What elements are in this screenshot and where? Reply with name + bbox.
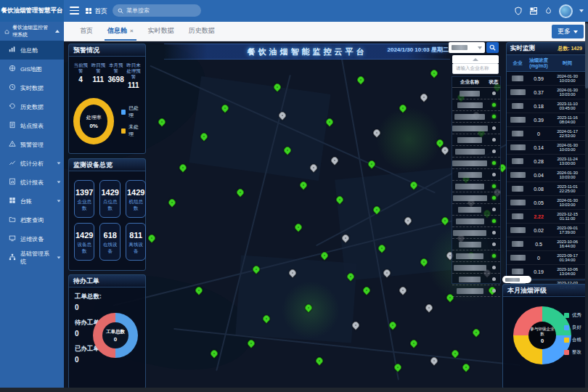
menu-search-input[interactable]: 菜单搜索	[113, 4, 201, 17]
status-dot-online	[492, 196, 496, 200]
map-pin-online[interactable]	[314, 356, 324, 366]
tab-active[interactable]: 信息舱×	[100, 26, 141, 41]
tab-item[interactable]: 实时数据	[141, 26, 181, 41]
device-stat-tile[interactable]: 1429 机组总数	[126, 180, 146, 218]
enterprise-name-blurred	[454, 265, 486, 271]
map-pin-online[interactable]	[167, 197, 177, 208]
enterprise-name-input[interactable]: 请输入企业名称	[452, 63, 499, 74]
realtime-row[interactable]: 0.28 2023-11-24 13:00:00	[507, 155, 586, 168]
map-pin-online[interactable]	[146, 233, 156, 243]
map-pin-online[interactable]	[408, 338, 418, 348]
enterprise-row[interactable]	[452, 169, 500, 181]
tab-label: 实时数据	[148, 26, 174, 36]
enterprise-dropdown-collapse[interactable]	[452, 55, 499, 63]
enterprise-row[interactable]	[452, 227, 500, 239]
sidebar-item-dashboard[interactable]: 信息舱	[0, 41, 64, 60]
sidebar-item-statreport[interactable]: 统计报表	[0, 173, 64, 192]
enterprise-row[interactable]	[452, 239, 500, 250]
map-pin-offline[interactable]	[424, 303, 434, 313]
more-button[interactable]: 更多	[552, 25, 584, 38]
enterprise-row[interactable]	[452, 285, 500, 297]
map-pin-online[interactable]	[393, 362, 403, 372]
rating-filter-pill[interactable]	[502, 276, 531, 283]
realtime-row[interactable]: 0.04 2024-01-30 10:03:00	[507, 168, 586, 182]
page-scrollbar[interactable]	[585, 22, 588, 388]
enterprise-row[interactable]	[452, 250, 500, 262]
enterprise-row[interactable]	[452, 88, 500, 99]
map-pin-online[interactable]	[178, 163, 188, 173]
realtime-row[interactable]: 0 2024-01-17 22:53:00	[507, 127, 586, 141]
sidebar-item-archive[interactable]: 档案查询	[0, 211, 64, 229]
realtime-row[interactable]: 0.5 2023-10-06 16:44:00	[507, 237, 586, 251]
sidebar-item-map[interactable]: GIS地图	[0, 60, 64, 78]
tab-item[interactable]: 历史数据	[181, 26, 222, 41]
sidebar-item-alert[interactable]: 预警管理	[0, 135, 64, 154]
realtime-row[interactable]: 0.05 2024-01-30 10:03:00	[507, 196, 586, 210]
sidebar-group-header[interactable]: 餐饮油烟监控管理系统	[0, 22, 64, 41]
map-pin-online[interactable]	[367, 159, 377, 169]
shield-icon[interactable]	[514, 7, 523, 15]
map-pin-online[interactable]	[298, 180, 309, 190]
enterprise-row[interactable]	[452, 181, 500, 192]
map-pin-online[interactable]	[361, 285, 371, 295]
device-stat-tile[interactable]: 618 在线设备	[99, 223, 120, 261]
flame-icon[interactable]	[544, 7, 552, 15]
realtime-row[interactable]: 2.22 2023-12-15 01:11:00	[507, 210, 586, 224]
realtime-row[interactable]: 0 2023-09-17 01:34:00	[507, 251, 586, 265]
device-stat-tile[interactable]: 1429 点位总数	[99, 180, 120, 218]
realtime-row[interactable]: 0.08 2023-11-01 22:25:00	[507, 182, 586, 196]
enterprise-row[interactable]	[452, 216, 500, 227]
enterprise-filter-select[interactable]	[449, 42, 485, 53]
sidebar-item-analysis[interactable]: 统计分析	[0, 154, 64, 173]
map-pin-online[interactable]	[293, 222, 303, 232]
enterprise-row[interactable]	[452, 262, 500, 274]
realtime-row[interactable]: 0.18 2023-11-10 03:45:00	[507, 99, 586, 113]
map-pin-online[interactable]	[429, 68, 439, 78]
sidebar-item-report[interactable]: 站点报表	[0, 116, 64, 135]
enterprise-row[interactable]	[452, 134, 500, 146]
enterprise-row[interactable]	[452, 146, 500, 158]
user-menu-chevron-down-icon[interactable]	[579, 9, 584, 12]
map-pin-online[interactable]	[471, 327, 481, 338]
sidebar-item-device[interactable]: 运维设备	[0, 229, 64, 248]
enterprise-row[interactable]	[452, 123, 500, 134]
user-avatar[interactable]	[559, 4, 573, 18]
sidebar-item-clock[interactable]: 实时数据	[0, 78, 64, 97]
realtime-row[interactable]: 0.02 2023-09-01 17:39:00	[507, 224, 586, 237]
device-stat-tile[interactable]: 1397 企业总数	[74, 180, 94, 218]
scrollbar-thumb[interactable]	[585, 23, 588, 89]
sidebar-item-history[interactable]: 历史数据	[0, 97, 64, 116]
sidebar-item-label: 档案查询	[20, 216, 44, 224]
realtime-row[interactable]: 0.14 2024-01-30 10:03:00	[507, 141, 586, 155]
tab-item[interactable]: 首页	[73, 26, 100, 41]
legend-swatch	[564, 350, 569, 355]
enterprise-row[interactable]	[452, 111, 500, 123]
realtime-row[interactable]: 0.39 2023-11-16 08:04:00	[507, 113, 586, 127]
concentration-value: 2.22	[528, 214, 549, 219]
realtime-row[interactable]: 0.37 2024-01-30 10:03:00	[507, 86, 586, 99]
enterprise-row[interactable]	[452, 158, 500, 169]
device-stat-tile[interactable]: 811 离线设备	[126, 223, 146, 261]
nav-home-chip[interactable]: 首页	[86, 5, 107, 17]
device-stat-tile[interactable]: 1429 设备总数	[74, 223, 94, 261]
enterprise-row[interactable]	[452, 99, 500, 111]
map-pin-offline[interactable]	[330, 155, 340, 166]
dashboard-map-area[interactable]: 餐饮油烟智能监控云平台 2024/1/30 10:03 星期二 预警情况 当前预…	[64, 41, 588, 392]
workorder-panel-title: 待办工单	[69, 275, 145, 287]
realtime-row[interactable]: 0.59 2024-01-30 10:03:00	[507, 72, 586, 86]
sidebar-item-ledger[interactable]: 台账	[0, 192, 64, 211]
map-pin-online[interactable]	[235, 187, 245, 197]
enterprise-row[interactable]	[452, 192, 500, 204]
map-pin-online[interactable]	[461, 362, 471, 372]
record-time: 2024-01-30 10:03:00	[549, 198, 586, 207]
screen-layout-icon[interactable]	[529, 7, 538, 15]
hamburger-menu-icon[interactable]	[70, 7, 79, 15]
enterprise-row[interactable]	[452, 204, 500, 216]
tab-close-icon[interactable]: ×	[130, 28, 134, 34]
map-pin-online[interactable]	[356, 75, 366, 85]
enterprise-row[interactable]	[452, 274, 500, 285]
map-pin-offline[interactable]	[419, 92, 429, 102]
sidebar-item-system[interactable]: 基础管理系统	[0, 248, 64, 267]
map-pin-offline[interactable]	[398, 285, 408, 295]
enterprise-search-button[interactable]	[486, 42, 499, 53]
